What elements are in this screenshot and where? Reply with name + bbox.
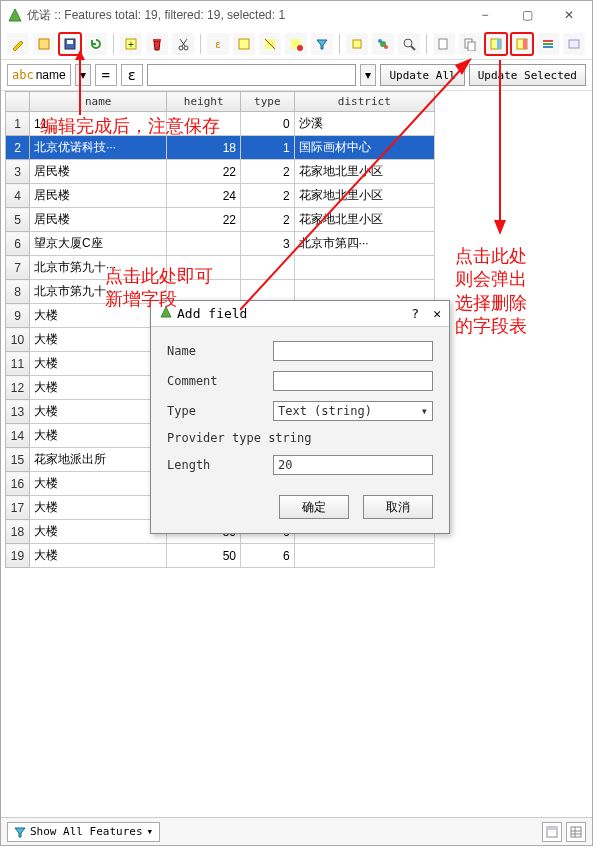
- cell[interactable]: 0: [240, 112, 294, 136]
- name-input[interactable]: [273, 341, 433, 361]
- cell[interactable]: 11: [30, 112, 167, 136]
- close-button[interactable]: ✕: [552, 4, 586, 26]
- cell[interactable]: 22: [167, 160, 241, 184]
- maximize-button[interactable]: ▢: [510, 4, 544, 26]
- filter-button[interactable]: [311, 33, 333, 55]
- save-button[interactable]: [59, 33, 81, 55]
- actions-button[interactable]: [563, 33, 585, 55]
- cell[interactable]: [294, 544, 434, 568]
- row-header[interactable]: 3: [6, 160, 30, 184]
- cell[interactable]: 大楼: [30, 544, 167, 568]
- expression-dropdown-icon[interactable]: ▾: [360, 64, 376, 86]
- cell[interactable]: 24: [167, 184, 241, 208]
- cell[interactable]: 22: [167, 208, 241, 232]
- row-header[interactable]: 10: [6, 328, 30, 352]
- conditional-format-button[interactable]: [537, 33, 559, 55]
- help-button[interactable]: ?: [411, 306, 419, 321]
- deletefield-button[interactable]: [511, 33, 533, 55]
- cell[interactable]: 花家地北里小区: [294, 160, 434, 184]
- cell[interactable]: 大楼: [30, 352, 167, 376]
- cell[interactable]: [167, 112, 241, 136]
- cell[interactable]: 1: [240, 136, 294, 160]
- cell[interactable]: 北京市第九十···: [30, 280, 167, 304]
- field-dropdown-icon[interactable]: ▾: [75, 64, 91, 86]
- reload-button[interactable]: [85, 33, 107, 55]
- cell[interactable]: 大楼: [30, 424, 167, 448]
- edit-toggle-button[interactable]: [7, 33, 29, 55]
- cell[interactable]: 50: [167, 544, 241, 568]
- cell[interactable]: 大楼: [30, 304, 167, 328]
- form-view-button[interactable]: [542, 822, 562, 842]
- row-header[interactable]: 15: [6, 448, 30, 472]
- table-row[interactable]: 4居民楼242花家地北里小区: [6, 184, 435, 208]
- row-header[interactable]: 6: [6, 232, 30, 256]
- cut-button[interactable]: [172, 33, 194, 55]
- row-header[interactable]: 12: [6, 376, 30, 400]
- comment-input[interactable]: [273, 371, 433, 391]
- cell[interactable]: 大楼: [30, 472, 167, 496]
- table-row[interactable]: 5居民楼222花家地北里小区: [6, 208, 435, 232]
- cell[interactable]: 居民楼: [30, 160, 167, 184]
- expression-select-button[interactable]: ε: [207, 33, 229, 55]
- table-row[interactable]: 7北京市第九十···: [6, 256, 435, 280]
- table-row[interactable]: 2北京优诺科技···181国际画材中心: [6, 136, 435, 160]
- copy-button[interactable]: [459, 33, 481, 55]
- row-header[interactable]: 11: [6, 352, 30, 376]
- column-header[interactable]: [6, 92, 30, 112]
- row-header[interactable]: 1: [6, 112, 30, 136]
- cell[interactable]: 6: [240, 544, 294, 568]
- cell[interactable]: 花家地北里小区: [294, 208, 434, 232]
- minimize-button[interactable]: −: [468, 4, 502, 26]
- length-input[interactable]: 20: [273, 455, 433, 475]
- cell[interactable]: 大楼: [30, 328, 167, 352]
- select-all-button[interactable]: [233, 33, 255, 55]
- cell[interactable]: 居民楼: [30, 184, 167, 208]
- new-field-button[interactable]: [433, 33, 455, 55]
- column-header[interactable]: type: [240, 92, 294, 112]
- cell[interactable]: 北京市第四···: [294, 232, 434, 256]
- cell[interactable]: 18: [167, 136, 241, 160]
- cell[interactable]: [294, 256, 434, 280]
- field-select[interactable]: abcname: [7, 64, 71, 86]
- dialog-close-button[interactable]: ✕: [433, 306, 441, 321]
- cell[interactable]: 北京市第九十···: [30, 256, 167, 280]
- row-header[interactable]: 13: [6, 400, 30, 424]
- table-row[interactable]: 19大楼506: [6, 544, 435, 568]
- multiedit-button[interactable]: [33, 33, 55, 55]
- cell[interactable]: 花家地北里小区: [294, 184, 434, 208]
- show-all-features-button[interactable]: Show All Features ▾: [7, 822, 160, 842]
- table-row[interactable]: 1110沙溪: [6, 112, 435, 136]
- delete-button[interactable]: [146, 33, 168, 55]
- update-selected-button[interactable]: Update Selected: [469, 64, 586, 86]
- addfield-button[interactable]: [485, 33, 507, 55]
- cell[interactable]: 望京大厦C座: [30, 232, 167, 256]
- cell[interactable]: 花家地派出所: [30, 448, 167, 472]
- cell[interactable]: 2: [240, 208, 294, 232]
- move-top-button[interactable]: [346, 33, 368, 55]
- ok-button[interactable]: 确定: [279, 495, 349, 519]
- row-header[interactable]: 19: [6, 544, 30, 568]
- row-header[interactable]: 9: [6, 304, 30, 328]
- row-header[interactable]: 14: [6, 424, 30, 448]
- addfeature-button[interactable]: +: [120, 33, 142, 55]
- row-header[interactable]: 16: [6, 472, 30, 496]
- column-header[interactable]: name: [30, 92, 167, 112]
- cell[interactable]: 大楼: [30, 520, 167, 544]
- column-header[interactable]: district: [294, 92, 434, 112]
- deselect-button[interactable]: [285, 33, 307, 55]
- cell[interactable]: 大楼: [30, 376, 167, 400]
- zoom-to-button[interactable]: [398, 33, 420, 55]
- row-header[interactable]: 17: [6, 496, 30, 520]
- cell[interactable]: [167, 232, 241, 256]
- type-select[interactable]: Text (string): [273, 401, 433, 421]
- expression-builder-button[interactable]: ε: [121, 64, 143, 86]
- cell[interactable]: [167, 256, 241, 280]
- row-header[interactable]: 7: [6, 256, 30, 280]
- row-header[interactable]: 5: [6, 208, 30, 232]
- cell[interactable]: 大楼: [30, 400, 167, 424]
- invert-selection-button[interactable]: [259, 33, 281, 55]
- cell[interactable]: 3: [240, 232, 294, 256]
- table-row[interactable]: 6望京大厦C座3北京市第四···: [6, 232, 435, 256]
- cell[interactable]: 大楼: [30, 496, 167, 520]
- row-header[interactable]: 18: [6, 520, 30, 544]
